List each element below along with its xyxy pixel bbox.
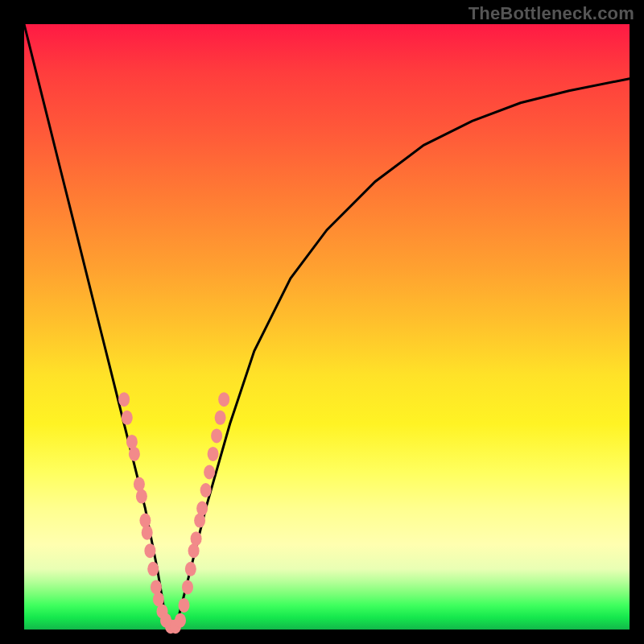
marker-bead [208, 447, 219, 461]
marker-bead [218, 392, 229, 407]
marker-bead [144, 543, 155, 558]
marker-bead [211, 428, 222, 443]
marker-bead [215, 411, 226, 425]
marker-bead [122, 411, 133, 425]
marker-bead [129, 447, 140, 461]
marker-bead [182, 580, 193, 594]
marker-bead [118, 392, 130, 407]
chart-stage: TheBottleneck.com [0, 0, 644, 644]
marker-bead [151, 580, 162, 594]
marker-bead [188, 543, 200, 558]
marker-bead [139, 514, 151, 528]
marker-bead [200, 483, 212, 497]
markers-right [175, 392, 229, 628]
marker-bead [142, 526, 153, 540]
plot-area [24, 24, 630, 630]
marker-bead [204, 465, 215, 480]
marker-bead [191, 531, 202, 546]
marker-bead [175, 613, 186, 628]
bottleneck-curve [24, 24, 630, 630]
marker-bead [147, 562, 159, 576]
marker-bead [126, 435, 138, 449]
marker-bead [134, 477, 145, 492]
curve-svg [24, 24, 630, 630]
marker-bead [136, 489, 147, 504]
marker-bead [194, 514, 205, 528]
marker-bead [179, 598, 190, 613]
marker-bead [196, 502, 208, 516]
watermark-text: TheBottleneck.com [469, 3, 634, 24]
markers-left [118, 392, 181, 634]
marker-bead [185, 562, 196, 576]
